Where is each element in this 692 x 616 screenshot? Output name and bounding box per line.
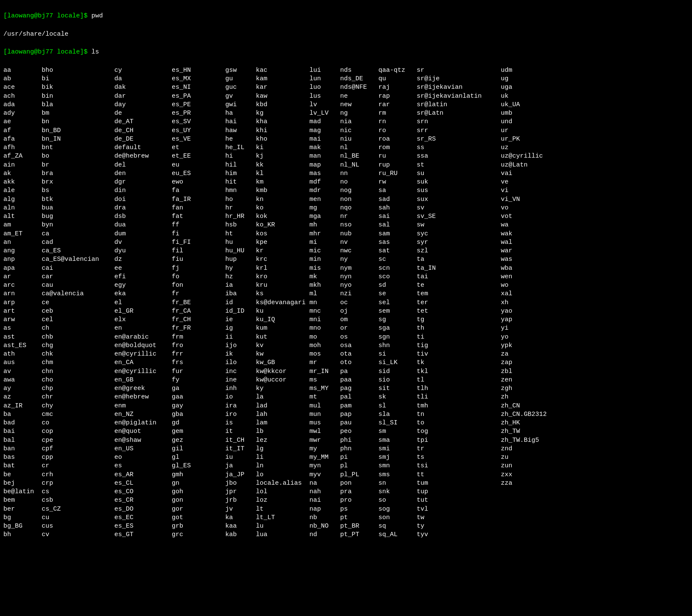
terminal-window: [laowang@bj77 locale]$ pwd /usr/share/lo… [3,3,689,66]
prompt-user-1: [laowang@bj77 locale]$ [3,12,88,20]
cmd-pwd: [laowang@bj77 locale]$ pwd [3,12,689,20]
file-list: aa bho cy es_HN gsw kac lui nds qaa-qtz … [3,66,689,540]
cmd-ls: [laowang@bj77 locale]$ ls [3,48,689,57]
prompt-user-2: [laowang@bj77 locale]$ [3,48,88,56]
path-output: /usr/share/locale [3,30,689,39]
